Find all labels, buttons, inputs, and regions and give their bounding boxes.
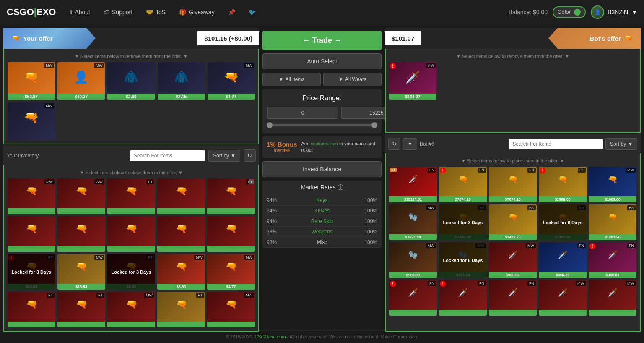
main-container: 🔫 Your offer $101.15 (+$0.00) ▼ Select i… — [0, 24, 644, 330]
bot-inv-item[interactable]: BS 🔫 $1403.26 — [589, 204, 636, 240]
inv-item[interactable]: FT 1 🔫 ​ — [207, 178, 255, 214]
nav-giveaway[interactable]: 🎁 Giveaway — [173, 5, 220, 19]
range-handle-right[interactable] — [371, 122, 377, 128]
right-search-input[interactable] — [509, 139, 603, 149]
your-offer-header: 🔫 Your offer $101.15 (+$0.00) — [3, 28, 259, 49]
nav-tos[interactable]: 🤝 ToS — [140, 5, 171, 19]
item-price: ​ — [157, 246, 205, 252]
bot-inv-item[interactable]: BS 🔫 $1403.26 — [489, 204, 537, 240]
bot-inv-item[interactable]: MW 🗡️ ​ — [589, 280, 636, 316]
inv-item[interactable]: MW 🔫 $5.80 — [157, 254, 205, 290]
inv-item[interactable]: MW 🔫 $4.77 — [207, 254, 255, 290]
bot-inv-item-locked[interactable]: WW Locked for 6 Days 🧤 $951.84 — [439, 242, 487, 278]
trade-button[interactable]: ← Trade → — [262, 31, 382, 50]
filter-all-items[interactable]: ▼ All Items — [262, 73, 321, 86]
item-price: ​ — [107, 246, 155, 252]
nav-about[interactable]: ℹ About — [64, 5, 96, 19]
left-search-input[interactable] — [130, 150, 205, 161]
bot-inv-item[interactable]: MW 🔫 $1909.00 — [589, 167, 636, 202]
bot-inv-item[interactable]: MW 🧤 $1874.00 — [389, 204, 437, 240]
selected-item-1[interactable]: MW 🔫 $52.97 — [8, 62, 55, 100]
left-refresh-button[interactable]: ↻ — [244, 149, 256, 162]
inv-item[interactable]: MW 🔫 ​ — [107, 292, 155, 327]
bot-inv-item[interactable]: FN 🗡️ ​ — [489, 280, 537, 316]
inv-item[interactable]: FT 🔫 ​ — [8, 292, 55, 327]
inv-item[interactable]: MW 🔫 $16.83 — [57, 254, 105, 290]
inv-item[interactable]: 🔫 ​ — [57, 216, 105, 252]
inv-item[interactable]: 🔫 ​ — [207, 216, 255, 252]
warning-icon: ! — [589, 243, 595, 249]
toggle-dot — [574, 9, 581, 16]
inv-item[interactable]: 🔫 ​ — [8, 216, 55, 252]
range-handle-left[interactable] — [267, 122, 273, 128]
bot-selected-item-1[interactable]: MW ! 🗡️ $101.07 — [389, 62, 436, 100]
item-wear: FN — [577, 243, 586, 248]
right-sort-button[interactable]: Sort by ▼ — [605, 138, 637, 150]
bot-inv-item[interactable]: FN 🔫 $7074.10 — [489, 167, 537, 202]
auto-select-button[interactable]: Auto Select — [262, 53, 382, 69]
inv-item[interactable]: 🔫 ​ — [157, 216, 205, 252]
chevron-icon: ▼ — [279, 76, 284, 82]
selected-item-4[interactable]: 🧥 $2.15 — [158, 62, 205, 100]
selected-item-3[interactable]: 🧥 $2.69 — [107, 62, 155, 100]
price-min-input[interactable] — [267, 107, 338, 119]
color-toggle[interactable]: Color — [553, 6, 586, 18]
footer-link[interactable]: CSGOexo.com — [255, 334, 286, 339]
inv-item[interactable]: 🔫 ​ — [157, 178, 205, 214]
user-menu[interactable]: 👤 B3NZiN ▼ — [591, 5, 637, 19]
bot-inv-item[interactable]: FN 🗡️ $866.00 — [539, 242, 587, 278]
inv-item[interactable]: WW 🔫 ​ — [57, 178, 105, 214]
center-panel: ← Trade → Auto Select ▼ All Items ▼ All … — [259, 28, 385, 332]
bonus-link[interactable]: csgoexo.com — [311, 141, 338, 146]
bonus-badge: 1% Bonus Inactive — [267, 141, 297, 153]
bot-inv-item[interactable]: ! FN 🗡️ ​ — [439, 280, 487, 316]
item-price: $866.00 — [589, 272, 636, 278]
warning-icon: ! — [440, 281, 446, 287]
bot-inv-item-locked[interactable]: BS Locked for 3 Days 🔫 $1846.00 — [439, 204, 487, 240]
bot-inv-item[interactable]: ! FT 🔫 $2989.00 — [539, 167, 587, 202]
item-wear: FN — [627, 243, 636, 248]
inv-item[interactable]: MW 🔫 ​ — [207, 292, 255, 327]
nav-pin[interactable]: 📌 — [222, 5, 241, 19]
bot-inv-item-locked[interactable]: BS Locked for 6 Days 🔫 $1403.26 — [539, 204, 587, 240]
your-offer-label-bg: 🔫 Your offer — [3, 28, 96, 49]
filter-all-wears[interactable]: ▼ All Wears — [323, 73, 382, 86]
inv-item-locked[interactable]: FT ! Locked for 3 Days 🔫 $24.04 — [8, 254, 55, 290]
gun-right-icon: 🔫 — [624, 34, 632, 42]
bot-inv-item[interactable]: ST FN 🗡️ $15224.82 — [389, 167, 437, 202]
inv-item-locked[interactable]: FT Locked for 3 Days 🔫 $6.03 — [107, 254, 155, 290]
nav-logo[interactable]: CSGO|EXO — [7, 7, 56, 18]
bot-inv-item[interactable]: ! FN 🔫 $7074.10 — [439, 167, 487, 202]
bot-dropdown-button[interactable]: ▼ — [403, 138, 417, 150]
bot-inv-item[interactable]: MW 🗡️ ​ — [539, 280, 587, 316]
inv-item[interactable]: 🔫 ​ — [107, 216, 155, 252]
item-wear: MW — [94, 63, 104, 68]
item-price: ​ — [157, 322, 205, 327]
bot-inv-item[interactable]: MW 🗡️ $925.00 — [489, 242, 537, 278]
item-price: $52.97 — [8, 94, 55, 100]
range-track — [267, 124, 377, 126]
item-price: ​ — [57, 208, 105, 214]
filter-row: ▼ All Items ▼ All Wears — [262, 73, 382, 86]
bot-inv-item[interactable]: ! FN 🗡️ $866.00 — [589, 242, 636, 278]
inv-item[interactable]: MW 🔫 ​ — [8, 178, 55, 214]
left-inventory-hint: ▼ Select items below to place them in th… — [8, 168, 255, 178]
left-sort-button[interactable]: Sort by ▼ — [208, 150, 240, 162]
bot-inventory-hint: ▼ Select items below to place them in th… — [389, 157, 636, 167]
inv-item[interactable]: FT 🔫 ​ — [157, 292, 205, 327]
bot-inv-item[interactable]: MW 🧤 $980.00 — [389, 242, 437, 278]
selected-item-2[interactable]: MW 👤 $40.37 — [57, 62, 105, 100]
bonus-section: 1% Bonus Inactive Add csgoexo.com to you… — [262, 136, 382, 158]
selected-item-6[interactable]: MW 🔫 — [8, 102, 55, 140]
selected-item-5[interactable]: MW 🔫 $1.77 — [208, 62, 255, 100]
item-price: ​ — [207, 246, 255, 252]
bot-refresh-button[interactable]: ↻ — [388, 138, 400, 150]
item-wear: WW — [94, 179, 104, 184]
nav-twitter[interactable]: 🐦 — [243, 5, 262, 19]
item-image: 🔫 — [207, 216, 255, 241]
nav-support[interactable]: 🏷 Support — [98, 5, 138, 19]
bot-inv-item[interactable]: ! FN 🗡️ ​ — [389, 280, 437, 316]
inv-item[interactable]: FT 🔫 ​ — [57, 292, 105, 327]
invest-balance-button[interactable]: Invest Balance — [262, 161, 382, 177]
inv-item[interactable]: FT 🔫 ​ — [107, 178, 155, 214]
